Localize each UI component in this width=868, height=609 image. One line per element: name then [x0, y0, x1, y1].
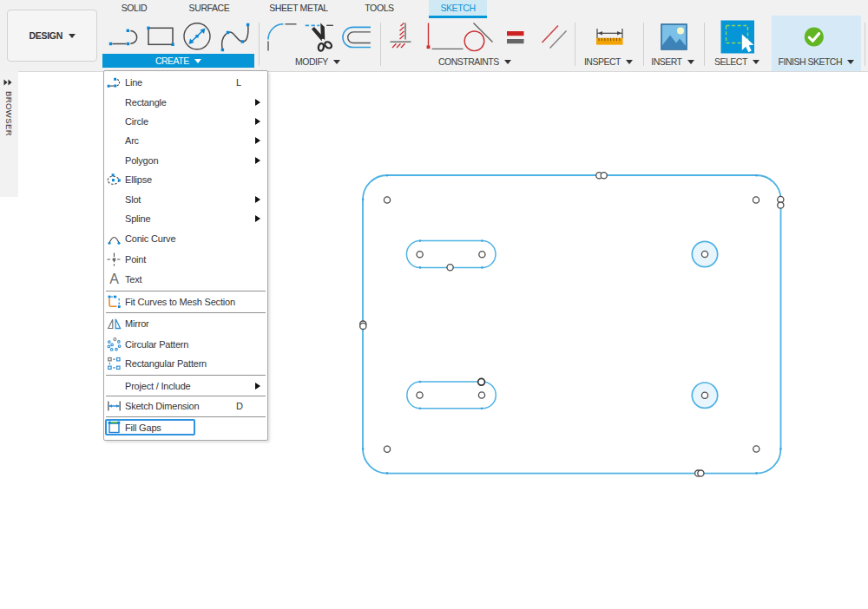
- svg-text:A: A: [109, 272, 119, 287]
